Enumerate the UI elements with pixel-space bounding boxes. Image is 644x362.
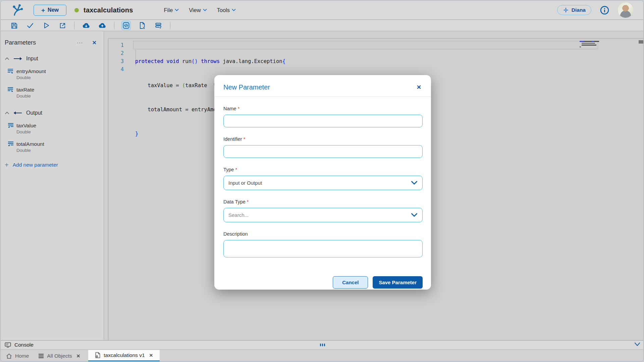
required-marker: * xyxy=(244,136,246,142)
editor-scrollbar-thumb[interactable] xyxy=(639,40,644,44)
code-token: throws xyxy=(198,58,223,64)
new-button-label: New xyxy=(48,7,59,13)
code-icon xyxy=(122,21,130,29)
collapse-console-chevron-icon[interactable] xyxy=(634,342,641,347)
minimap[interactable] xyxy=(580,41,600,48)
console-bar[interactable]: Console xyxy=(1,340,643,350)
code-line-1: protected void run() throws java.lang.Ex… xyxy=(135,57,285,65)
add-new-parameter-button[interactable]: + Add new parameter xyxy=(5,162,103,168)
menu-bar: File View Tools xyxy=(164,7,236,13)
save-button[interactable] xyxy=(10,21,18,30)
modal-title: New Parameter xyxy=(223,83,270,91)
code-editor-button[interactable] xyxy=(122,21,130,30)
input-parameter-icon xyxy=(7,68,14,74)
arrow-left-icon xyxy=(13,111,23,115)
plus-icon: + xyxy=(5,162,9,168)
tab-home-label: Home xyxy=(15,353,29,359)
required-marker: * xyxy=(235,167,237,172)
user-avatar[interactable] xyxy=(618,2,633,18)
layers-run-icon xyxy=(154,21,163,30)
assistant-pill-button[interactable]: Diana xyxy=(557,5,591,15)
run-pipeline-button[interactable] xyxy=(154,21,163,30)
output-section-header[interactable]: Output xyxy=(5,110,103,116)
param-item-totalAmount[interactable]: totalAmount Double xyxy=(7,141,103,153)
param-item-taxValue[interactable]: taxValue Double xyxy=(7,123,103,134)
menu-view[interactable]: View xyxy=(189,7,207,13)
description-textarea[interactable] xyxy=(223,240,423,257)
top-header: + New taxcalculations File View Tools xyxy=(1,1,643,20)
menu-file[interactable]: File xyxy=(164,7,179,13)
identifier-field-group: Identifier* xyxy=(223,136,423,158)
app-logo-icon[interactable] xyxy=(10,3,25,17)
play-icon xyxy=(42,21,50,29)
line-number: 4 xyxy=(108,65,128,73)
plus-icon: + xyxy=(41,7,45,13)
cloud-download-icon xyxy=(82,21,91,30)
line-number: 2 xyxy=(108,49,128,57)
tab-close-icon[interactable]: ✕ xyxy=(76,353,80,359)
save-parameter-button[interactable]: Save Parameter xyxy=(373,276,423,289)
tab-all-objects-label: All Objects xyxy=(47,353,72,359)
menu-tools-label: Tools xyxy=(217,7,230,13)
description-field-group: Description xyxy=(223,231,423,257)
cloud-upload-button[interactable] xyxy=(98,21,107,30)
validate-button[interactable] xyxy=(26,21,35,30)
modal-close-icon[interactable]: ✕ xyxy=(415,83,423,92)
type-field-group: Type* Input or Output xyxy=(223,167,423,190)
code-token: taxValue = xyxy=(135,82,182,88)
param-name: totalAmount xyxy=(16,141,44,147)
project-title: taxcalculations xyxy=(84,6,133,14)
code-token: run xyxy=(182,58,192,64)
cancel-button[interactable]: Cancel xyxy=(333,276,368,289)
chevron-down-icon xyxy=(203,9,207,11)
param-type: Double xyxy=(16,129,36,134)
collapse-chevron-icon xyxy=(5,111,9,115)
parameters-panel-title: Parameters xyxy=(5,39,36,46)
check-icon xyxy=(26,21,34,29)
identifier-input[interactable] xyxy=(223,145,423,158)
chevron-down-icon xyxy=(411,213,418,217)
info-icon[interactable] xyxy=(600,6,609,15)
cloud-upload-icon xyxy=(98,21,107,30)
status-dot xyxy=(74,8,79,12)
line-number: 3 xyxy=(108,57,128,65)
run-button[interactable] xyxy=(42,21,51,30)
required-marker: * xyxy=(238,106,240,111)
name-input[interactable] xyxy=(223,115,423,127)
collapse-chevron-icon xyxy=(5,57,9,60)
tab-close-icon[interactable]: ✕ xyxy=(149,353,153,358)
param-name: entryAmount xyxy=(16,68,46,74)
name-field-label: Name xyxy=(223,106,236,111)
param-name: taxValue xyxy=(16,123,36,129)
export-button[interactable] xyxy=(58,21,67,30)
input-section-label: Input xyxy=(26,56,38,62)
panel-close-icon[interactable]: ✕ xyxy=(92,40,97,46)
param-item-taxRate[interactable]: taxRate Double xyxy=(7,87,103,99)
run-file-button[interactable] xyxy=(138,21,147,30)
home-icon xyxy=(6,353,12,359)
tab-taxcalculations-v1[interactable]: taxcalculations v1 ✕ xyxy=(88,350,160,362)
input-section-header[interactable]: Input xyxy=(5,56,103,62)
new-button[interactable]: + New xyxy=(34,5,66,16)
param-item-entryAmount[interactable]: entryAmount Double xyxy=(7,68,103,80)
type-select[interactable]: Input or Output xyxy=(223,176,423,190)
toolbar xyxy=(1,20,643,31)
type-field-label: Type xyxy=(223,167,234,172)
cloud-download-button[interactable] xyxy=(82,21,91,30)
menu-tools[interactable]: Tools xyxy=(217,7,236,13)
panel-resize-handle[interactable] xyxy=(320,344,325,346)
panel-menu-icon[interactable]: ⋯ xyxy=(77,41,84,45)
code-token: protected void xyxy=(135,58,182,64)
tab-home[interactable]: Home xyxy=(1,350,34,362)
sparkle-icon xyxy=(563,7,569,13)
tab-taxcalculations-label: taxcalculations v1 xyxy=(104,352,145,358)
document-run-icon xyxy=(138,21,146,29)
toolbar-divider xyxy=(114,22,114,29)
data-type-select[interactable]: Search... xyxy=(223,208,423,222)
output-section-label: Output xyxy=(26,110,42,116)
parameters-panel: Parameters ⋯ ✕ Input entryAmount Double xyxy=(1,31,103,340)
tab-all-objects[interactable]: All Objects ✕ xyxy=(34,350,85,362)
type-select-value: Input or Output xyxy=(228,180,262,186)
toolbar-divider xyxy=(74,22,74,29)
chevron-down-icon xyxy=(411,181,418,185)
